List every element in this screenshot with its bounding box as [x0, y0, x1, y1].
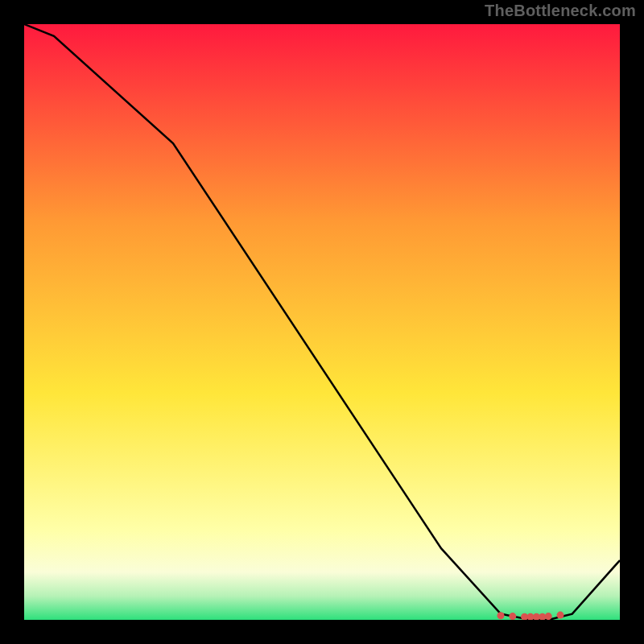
gradient-background	[24, 24, 620, 620]
optimal-marker	[497, 612, 505, 619]
watermark-text: TheBottleneck.com	[485, 2, 636, 20]
optimal-marker	[545, 613, 552, 620]
optimal-marker	[557, 612, 564, 619]
plot-area	[24, 24, 620, 620]
optimal-marker	[509, 613, 516, 620]
chart-frame: TheBottleneck.com	[0, 0, 644, 644]
bottleneck-chart	[24, 24, 620, 620]
